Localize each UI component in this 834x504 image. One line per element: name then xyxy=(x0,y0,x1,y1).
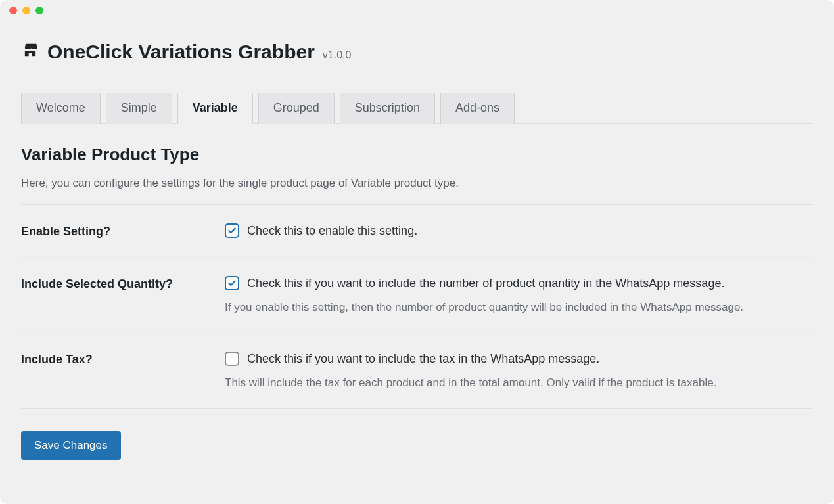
page-content: OneClick Variations Grabber v1.0.0 Welco… xyxy=(0,21,834,481)
window-minimize-button[interactable] xyxy=(22,7,30,14)
page-title: OneClick Variations Grabber xyxy=(47,41,315,63)
tax-text: Check this if you want to include the ta… xyxy=(247,352,599,366)
tab-variable[interactable]: Variable xyxy=(177,93,253,124)
window-titlebar xyxy=(0,0,834,21)
setting-label-quantity: Include Selected Quantity? xyxy=(21,276,225,291)
setting-label-enable: Enable Setting? xyxy=(21,223,225,239)
setting-field-tax: Check this if you want to include the ta… xyxy=(225,352,813,390)
tab-welcome[interactable]: Welcome xyxy=(21,93,101,124)
window-zoom-button[interactable] xyxy=(35,7,43,14)
tabs-nav: Welcome Simple Variable Grouped Subscrip… xyxy=(21,92,813,124)
page-version: v1.0.0 xyxy=(323,49,352,61)
save-button[interactable]: Save Changes xyxy=(21,431,121,460)
setting-row-tax: Include Tax? Check this if you want to i… xyxy=(21,333,813,409)
tab-simple[interactable]: Simple xyxy=(106,93,172,124)
setting-row-quantity: Include Selected Quantity? Check this if… xyxy=(21,258,813,333)
store-icon xyxy=(21,41,39,64)
section-description: Here, you can configure the settings for… xyxy=(21,177,813,190)
section-title: Variable Product Type xyxy=(21,145,813,165)
setting-label-tax: Include Tax? xyxy=(21,352,225,367)
enable-checkbox[interactable] xyxy=(225,223,239,238)
app-window: OneClick Variations Grabber v1.0.0 Welco… xyxy=(0,0,834,504)
enable-text: Check this to enable this setting. xyxy=(247,224,417,238)
quantity-text: Check this if you want to include the nu… xyxy=(247,277,724,290)
settings-form: Enable Setting? Check this to enable thi… xyxy=(21,205,813,409)
quantity-help: If you enable this setting, then the num… xyxy=(225,301,813,314)
window-close-button[interactable] xyxy=(9,7,17,14)
tab-grouped[interactable]: Grouped xyxy=(258,93,335,124)
setting-row-enable: Enable Setting? Check this to enable thi… xyxy=(21,205,813,258)
tax-checkbox[interactable] xyxy=(225,352,239,366)
tab-subscription[interactable]: Subscription xyxy=(340,93,435,124)
tab-addons[interactable]: Add-ons xyxy=(440,93,515,124)
quantity-checkbox[interactable] xyxy=(225,276,239,290)
page-header: OneClick Variations Grabber v1.0.0 xyxy=(21,28,813,80)
setting-field-enable: Check this to enable this setting. xyxy=(225,223,813,238)
setting-field-quantity: Check this if you want to include the nu… xyxy=(225,276,813,314)
tax-help: This will include the tax for each produ… xyxy=(225,377,813,390)
